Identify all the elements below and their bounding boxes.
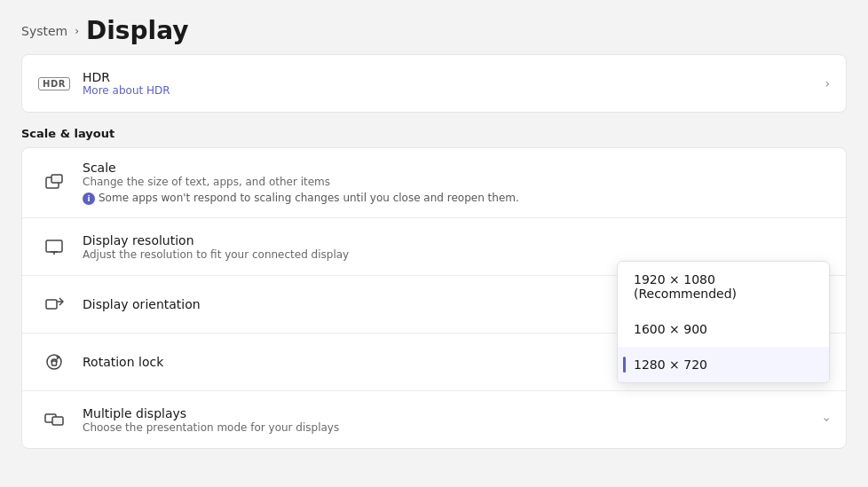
resolution-option-1[interactable]: 1920 × 1080 (Recommended) bbox=[618, 262, 829, 311]
page-header: System › Display bbox=[0, 0, 868, 54]
multiple-displays-right: › bbox=[825, 412, 830, 427]
scale-text: Scale Change the size of text, apps, and… bbox=[83, 161, 830, 205]
hdr-icon-wrap: HDR bbox=[38, 67, 70, 99]
resolution-text: Display resolution Adjust the resolution… bbox=[83, 233, 830, 261]
svg-point-6 bbox=[47, 355, 61, 369]
svg-rect-7 bbox=[52, 361, 57, 365]
display-resolution-row[interactable]: Display resolution Adjust the resolution… bbox=[22, 218, 846, 276]
scale-layout-section-label: Scale & layout bbox=[21, 127, 847, 140]
hdr-right: › bbox=[825, 76, 830, 90]
svg-rect-9 bbox=[52, 417, 63, 425]
orientation-icon bbox=[38, 288, 70, 320]
hdr-text: HDR More about HDR bbox=[83, 70, 825, 97]
multiple-displays-row[interactable]: Multiple displays Choose the presentatio… bbox=[22, 391, 846, 448]
hdr-chevron-icon: › bbox=[825, 76, 830, 90]
resolution-icon bbox=[38, 231, 70, 263]
svg-rect-5 bbox=[46, 300, 57, 309]
resolution-title: Display resolution bbox=[83, 233, 830, 247]
hdr-badge: HDR bbox=[38, 77, 70, 90]
multiple-displays-text: Multiple displays Choose the presentatio… bbox=[83, 406, 825, 434]
scale-info-text: Some apps won't respond to scaling chang… bbox=[99, 192, 519, 204]
resolution-dropdown-menu: 1920 × 1080 (Recommended) 1600 × 900 128… bbox=[617, 261, 830, 383]
scale-info: i Some apps won't respond to scaling cha… bbox=[83, 192, 830, 205]
selected-indicator bbox=[623, 357, 626, 373]
hdr-row[interactable]: HDR HDR More about HDR › bbox=[22, 55, 846, 112]
scale-info-icon: i bbox=[83, 192, 95, 205]
rotation-lock-icon bbox=[38, 346, 70, 378]
hdr-link[interactable]: More about HDR bbox=[83, 84, 825, 97]
multiple-displays-title: Multiple displays bbox=[83, 406, 825, 420]
resolution-option-2[interactable]: 1600 × 900 bbox=[618, 311, 829, 347]
svg-rect-2 bbox=[46, 240, 62, 252]
multiple-displays-subtitle: Choose the presentation mode for your di… bbox=[83, 421, 825, 434]
page-title: Display bbox=[86, 16, 188, 45]
main-content: HDR HDR More about HDR › Scale & layout bbox=[0, 54, 868, 449]
scale-row[interactable]: Scale Change the size of text, apps, and… bbox=[22, 148, 846, 218]
breadcrumb-system[interactable]: System bbox=[21, 24, 67, 38]
scale-title: Scale bbox=[83, 161, 830, 175]
resolution-option-3[interactable]: 1280 × 720 bbox=[618, 347, 829, 382]
breadcrumb-chevron: › bbox=[75, 25, 79, 37]
hdr-card: HDR HDR More about HDR › bbox=[21, 54, 847, 113]
scale-subtitle: Change the size of text, apps, and other… bbox=[83, 176, 830, 188]
svg-rect-1 bbox=[51, 175, 62, 183]
resolution-subtitle: Adjust the resolution to fit your connec… bbox=[83, 248, 830, 261]
scale-layout-card: Scale Change the size of text, apps, and… bbox=[21, 147, 847, 449]
scale-icon bbox=[38, 167, 70, 199]
multiple-displays-chevron-icon: › bbox=[820, 417, 834, 422]
multiple-displays-icon bbox=[38, 404, 70, 436]
hdr-title: HDR bbox=[83, 70, 825, 84]
